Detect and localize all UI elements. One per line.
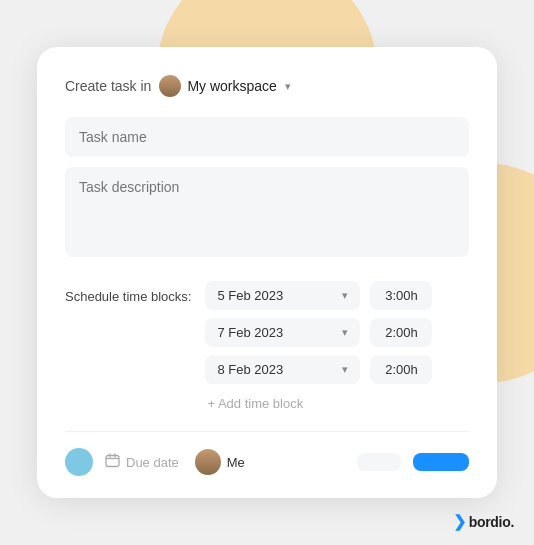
brand-chevron-icon: ❯	[453, 512, 466, 531]
card-footer: Due date Me	[65, 431, 469, 476]
workspace-chevron-icon: ▾	[285, 80, 291, 93]
calendar-icon	[105, 453, 120, 471]
date-chevron-icon-1: ▾	[342, 289, 348, 302]
time-blocks-list: 5 Feb 2023 ▾ 3:00h 7 Feb 2023 ▾ 2:00h 8 …	[205, 281, 469, 411]
assignee-avatar	[195, 449, 221, 475]
date-value-3: 8 Feb 2023	[217, 362, 336, 377]
card-header: Create task in My workspace ▾	[65, 75, 469, 97]
color-picker-dot[interactable]	[65, 448, 93, 476]
time-block-row: 7 Feb 2023 ▾ 2:00h	[205, 318, 469, 347]
date-value-1: 5 Feb 2023	[217, 288, 336, 303]
workspace-name: My workspace	[187, 78, 276, 94]
add-time-block-button[interactable]: + Add time block	[205, 396, 469, 411]
workspace-selector[interactable]: My workspace ▾	[159, 75, 290, 97]
time-block-row: 5 Feb 2023 ▾ 3:00h	[205, 281, 469, 310]
date-value-2: 7 Feb 2023	[217, 325, 336, 340]
duration-1: 3:00h	[370, 281, 432, 310]
brandmark: ❯ bordio.	[453, 512, 514, 531]
assignee-name: Me	[227, 455, 245, 470]
time-block-row: 8 Feb 2023 ▾ 2:00h	[205, 355, 469, 384]
date-chevron-icon-3: ▾	[342, 363, 348, 376]
brand-name: bordio.	[469, 514, 514, 530]
duration-2: 2:00h	[370, 318, 432, 347]
date-select-1[interactable]: 5 Feb 2023 ▾	[205, 281, 360, 310]
duration-3: 2:00h	[370, 355, 432, 384]
date-select-3[interactable]: 8 Feb 2023 ▾	[205, 355, 360, 384]
create-task-card: Create task in My workspace ▾ Schedule t…	[37, 47, 497, 498]
add-time-block-label: + Add time block	[207, 396, 303, 411]
submit-button[interactable]	[413, 453, 469, 471]
task-name-input[interactable]	[65, 117, 469, 157]
assignee-selector[interactable]: Me	[195, 449, 245, 475]
svg-rect-0	[106, 456, 119, 467]
date-chevron-icon-2: ▾	[342, 326, 348, 339]
cancel-button[interactable]	[357, 453, 401, 471]
schedule-section: Schedule time blocks: 5 Feb 2023 ▾ 3:00h…	[65, 281, 469, 411]
workspace-avatar	[159, 75, 181, 97]
create-task-label: Create task in	[65, 78, 151, 94]
schedule-label: Schedule time blocks:	[65, 281, 191, 304]
task-description-input[interactable]	[65, 167, 469, 257]
due-date-label: Due date	[126, 455, 179, 470]
due-date-button[interactable]: Due date	[105, 453, 179, 471]
date-select-2[interactable]: 7 Feb 2023 ▾	[205, 318, 360, 347]
